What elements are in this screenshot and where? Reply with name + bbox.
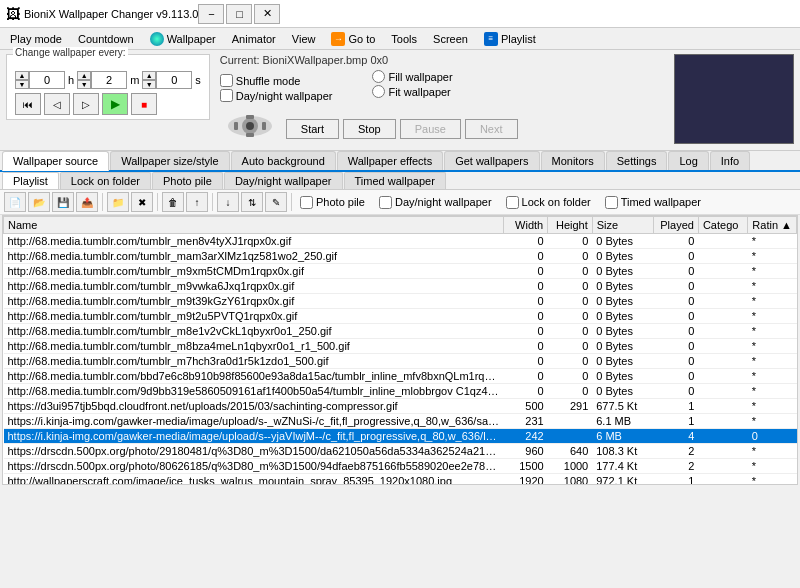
- hours-input[interactable]: 0: [29, 71, 65, 89]
- fit-wallpaper-radio[interactable]: [372, 85, 385, 98]
- tab-log[interactable]: Log: [668, 151, 708, 170]
- toolbar-cb-label-lock-folder-cb[interactable]: Lock on folder: [506, 196, 591, 209]
- table-row[interactable]: http://68.media.tumblr.com/tumblr_men8v4…: [4, 234, 797, 249]
- col-header-played[interactable]: Played: [654, 217, 699, 234]
- menu-item-animator[interactable]: Animator: [224, 31, 284, 47]
- toolbar-cb-timed-wallpaper-cb[interactable]: [605, 196, 618, 209]
- stop-ctrl-btn[interactable]: ■: [131, 93, 157, 115]
- tab-settings[interactable]: Settings: [606, 151, 668, 170]
- tab-info[interactable]: Info: [710, 151, 750, 170]
- tab-get-wallpapers[interactable]: Get wallpapers: [444, 151, 539, 170]
- tab2-timed-wallpaper[interactable]: Timed wallpaper: [344, 172, 446, 189]
- pause-button[interactable]: Pause: [400, 119, 461, 139]
- menu-item-tools[interactable]: Tools: [383, 31, 425, 47]
- col-header-name[interactable]: Name: [4, 217, 504, 234]
- toolbar-btn-remove-all[interactable]: 🗑: [162, 192, 184, 212]
- col-header-height[interactable]: Height: [548, 217, 593, 234]
- day-night-wallpaper-label[interactable]: Day/night wallpaper: [220, 89, 333, 102]
- toolbar-cb-photo-pile-cb[interactable]: [300, 196, 313, 209]
- toolbar-cb-label-timed-wallpaper-cb[interactable]: Timed wallpaper: [605, 196, 701, 209]
- next-button[interactable]: Next: [465, 119, 518, 139]
- tab-wallpaper-effects[interactable]: Wallpaper effects: [337, 151, 443, 170]
- seconds-up-btn[interactable]: ▲: [142, 71, 156, 80]
- cell-width: 0: [504, 369, 548, 384]
- toolbar-btn-remove[interactable]: ✖: [131, 192, 153, 212]
- tab-wallpaper-size[interactable]: Wallpaper size/style: [110, 151, 229, 170]
- hours-up-btn[interactable]: ▲: [15, 71, 29, 80]
- cell-width: 0: [504, 264, 548, 279]
- table-row[interactable]: http://wallpaperscraft.com/image/ice_tus…: [4, 474, 797, 486]
- menu-item-goto[interactable]: →Go to: [323, 30, 383, 48]
- toolbar-cb-label-photo-pile-cb[interactable]: Photo pile: [300, 196, 365, 209]
- minutes-input[interactable]: 2: [91, 71, 127, 89]
- table-row[interactable]: http://68.media.tumblr.com/tumblr_m9vwka…: [4, 279, 797, 294]
- table-row[interactable]: https://d3ui957tjb5bqd.cloudfront.net/up…: [4, 399, 797, 414]
- menu-item-play-mode[interactable]: Play mode: [2, 31, 70, 47]
- menu-item-screen[interactable]: Screen: [425, 31, 476, 47]
- tab2-day-night-wallpaper[interactable]: Day/night wallpaper: [224, 172, 343, 189]
- col-header-width[interactable]: Width: [504, 217, 548, 234]
- close-button[interactable]: ✕: [254, 4, 280, 24]
- toolbar-btn-folder[interactable]: 📁: [107, 192, 129, 212]
- playlist-table-container[interactable]: NameWidthHeightSizePlayedCategoRatin ▲ h…: [2, 215, 798, 485]
- table-row[interactable]: http://68.media.tumblr.com/tumblr_m9xm5t…: [4, 264, 797, 279]
- tab2-lock-on-folder[interactable]: Lock on folder: [60, 172, 151, 189]
- table-row[interactable]: http://68.media.tumblr.com/tumblr_m8bza4…: [4, 339, 797, 354]
- stop-button[interactable]: Stop: [343, 119, 396, 139]
- shuffle-mode-checkbox[interactable]: [220, 74, 233, 87]
- table-row[interactable]: http://68.media.tumblr.com/tumblr_m9t2u5…: [4, 309, 797, 324]
- tab-monitors[interactable]: Monitors: [541, 151, 605, 170]
- table-row[interactable]: http://68.media.tumblr.com/9d9bb319e5860…: [4, 384, 797, 399]
- toolbar-btn-move-up[interactable]: ↑: [186, 192, 208, 212]
- table-row[interactable]: https://i.kinja-img.com/gawker-media/ima…: [4, 429, 797, 444]
- toolbar-btn-new[interactable]: 📄: [4, 192, 26, 212]
- table-row[interactable]: http://68.media.tumblr.com/tumblr_m9t39k…: [4, 294, 797, 309]
- forward-btn[interactable]: ▷: [73, 93, 99, 115]
- fill-wallpaper-radio[interactable]: [372, 70, 385, 83]
- table-row[interactable]: http://68.media.tumblr.com/tumblr_m8e1v2…: [4, 324, 797, 339]
- toolbar-cb-label-day-night-cb[interactable]: Day/night wallpaper: [379, 196, 492, 209]
- shuffle-mode-label[interactable]: Shuffle mode: [220, 74, 333, 87]
- fit-wallpaper-label[interactable]: Fit wallpaper: [372, 85, 452, 98]
- toolbar-btn-export[interactable]: 📤: [76, 192, 98, 212]
- table-row[interactable]: https://drscdn.500px.org/photo/80626185/…: [4, 459, 797, 474]
- hours-down-btn[interactable]: ▼: [15, 80, 29, 89]
- maximize-button[interactable]: □: [226, 4, 252, 24]
- seconds-down-btn[interactable]: ▼: [142, 80, 156, 89]
- col-header-categ[interactable]: Catego: [698, 217, 747, 234]
- minutes-up-btn[interactable]: ▲: [77, 71, 91, 80]
- table-row[interactable]: https://i.kinja-img.com/gawker-media/ima…: [4, 414, 797, 429]
- col-header-rating[interactable]: Ratin ▲: [748, 217, 797, 234]
- back-btn[interactable]: ◁: [44, 93, 70, 115]
- tab-auto-background[interactable]: Auto background: [231, 151, 336, 170]
- toolbar-cb-day-night-cb[interactable]: [379, 196, 392, 209]
- table-row[interactable]: http://68.media.tumblr.com/tumblr_m7hch3…: [4, 354, 797, 369]
- menu-item-view[interactable]: View: [284, 31, 324, 47]
- toolbar-btn-edit[interactable]: ✎: [265, 192, 287, 212]
- menu-item-playlist[interactable]: ≡Playlist: [476, 30, 544, 48]
- fill-wallpaper-label[interactable]: Fill wallpaper: [372, 70, 452, 83]
- toolbar-btn-open[interactable]: 📂: [28, 192, 50, 212]
- prev-btn[interactable]: ⏮: [15, 93, 41, 115]
- toolbar-cb-lock-folder-cb[interactable]: [506, 196, 519, 209]
- tab2-playlist-tab[interactable]: Playlist: [2, 172, 59, 189]
- tab2-photo-pile[interactable]: Photo pile: [152, 172, 223, 189]
- start-button[interactable]: Start: [286, 119, 339, 139]
- toolbar-btn-save[interactable]: 💾: [52, 192, 74, 212]
- menu-label-playlist: Playlist: [501, 33, 536, 45]
- minutes-down-btn[interactable]: ▼: [77, 80, 91, 89]
- minimize-button[interactable]: −: [198, 4, 224, 24]
- menu-item-countdown[interactable]: Countdown: [70, 31, 142, 47]
- col-header-size[interactable]: Size: [592, 217, 653, 234]
- toolbar-btn-move-down[interactable]: ↓: [217, 192, 239, 212]
- table-row[interactable]: https://drscdn.500px.org/photo/29180481/…: [4, 444, 797, 459]
- cell-width: 0: [504, 279, 548, 294]
- table-row[interactable]: http://68.media.tumblr.com/tumblr_mam3ar…: [4, 249, 797, 264]
- play-btn[interactable]: ▶: [102, 93, 128, 115]
- seconds-input[interactable]: [156, 71, 192, 89]
- toolbar-btn-sort[interactable]: ⇅: [241, 192, 263, 212]
- table-row[interactable]: http://68.media.tumblr.com/bbd7e6c8b910b…: [4, 369, 797, 384]
- menu-item-wallpaper[interactable]: Wallpaper: [142, 30, 224, 48]
- tab-wallpaper-source[interactable]: Wallpaper source: [2, 151, 109, 171]
- day-night-wallpaper-checkbox[interactable]: [220, 89, 233, 102]
